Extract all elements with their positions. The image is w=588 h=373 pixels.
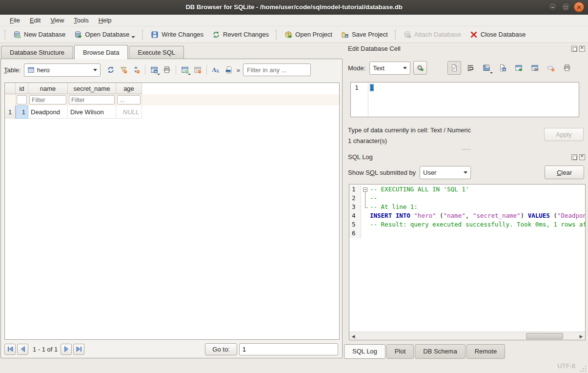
print-button[interactable]: [560, 61, 574, 75]
grid-rows: 11DeadpondDive WilsonNULL: [5, 105, 339, 119]
line-number: 3: [349, 203, 361, 212]
insert-record-button[interactable]: [179, 63, 191, 76]
filter-any-column-input[interactable]: [243, 63, 311, 76]
sql-log-line: 1-- EXECUTING ALL IN 'SQL 1': [349, 186, 585, 194]
fold-marker-icon[interactable]: [361, 186, 370, 194]
tab-database-structure[interactable]: Database Structure: [1, 46, 73, 59]
show-sql-label: Show SQL submitted by: [348, 169, 416, 176]
dock-tab-db-schema[interactable]: DB Schema: [415, 344, 465, 359]
toolbar-overflow-chevron[interactable]: »: [237, 66, 240, 74]
dock-tab-sql-log[interactable]: SQL Log: [344, 344, 385, 359]
column-header-name[interactable]: name: [28, 83, 68, 94]
open-project-icon: [284, 31, 292, 39]
menu-tools[interactable]: Tools: [69, 16, 93, 25]
refresh-button[interactable]: [104, 63, 117, 76]
dock-float-icon[interactable]: [571, 154, 577, 160]
dock-float-icon[interactable]: [571, 46, 577, 52]
menu-edit[interactable]: Edit: [25, 16, 45, 25]
import-data-button[interactable]: [480, 61, 493, 75]
close-button[interactable]: ✕: [574, 2, 584, 12]
write-changes-button[interactable]: Write Changes: [146, 29, 208, 41]
cell-char-count: 1 character(s): [348, 136, 524, 146]
grid-cell-secret_name[interactable]: Dive Wilson: [68, 105, 116, 119]
column-filter-input-name[interactable]: [29, 95, 66, 104]
next-page-button[interactable]: [61, 344, 72, 355]
clear-log-button[interactable]: Clear: [545, 166, 584, 179]
column-header-secret_name[interactable]: secret_name: [68, 83, 116, 94]
revert-changes-icon: [212, 31, 220, 39]
open-project-button[interactable]: Open Project: [280, 29, 337, 41]
column-filter-input-age[interactable]: [117, 95, 141, 104]
column-header-id[interactable]: id: [16, 83, 28, 94]
row-header[interactable]: 1: [5, 105, 16, 119]
submitter-select[interactable]: User: [420, 166, 471, 179]
grid-cell-id[interactable]: 1: [16, 105, 28, 119]
dock-tab-plot[interactable]: Plot: [386, 344, 414, 359]
cell-editor[interactable]: 1 1: [350, 82, 579, 117]
line-number: 4: [349, 212, 361, 221]
open-database-button[interactable]: Open Database: [70, 29, 140, 41]
grid-cell-name[interactable]: Deadpond: [28, 105, 68, 119]
dock-close-icon[interactable]: [579, 46, 585, 52]
scroll-left-icon[interactable]: ◀: [350, 333, 357, 339]
export-data-button[interactable]: [496, 61, 509, 75]
table-select[interactable]: hero: [24, 63, 101, 77]
close-database-button[interactable]: Close Database: [466, 29, 530, 41]
menu-view[interactable]: View: [45, 16, 69, 25]
column-filter-input-secret_name[interactable]: [69, 95, 115, 104]
line-number: 5: [349, 221, 361, 229]
sql-log-view[interactable]: 1-- EXECUTING ALL IN 'SQL 1'2--3-- At li…: [349, 184, 586, 340]
tab-browse-data[interactable]: Browse Data: [74, 45, 128, 59]
insert-record-icon: [181, 66, 189, 74]
goto-record-input[interactable]: [239, 343, 338, 355]
grid-cell-age[interactable]: NULL: [116, 105, 142, 119]
word-wrap-button[interactable]: [464, 61, 477, 75]
clear-sorting-button[interactable]: [130, 63, 142, 76]
dock-splitter-handle[interactable]: [344, 147, 588, 151]
toolbar-handle: [395, 30, 397, 40]
open-in-external-button[interactable]: [512, 61, 526, 75]
content: Database StructureBrowse DataExecute SQL…: [0, 43, 588, 360]
column-filter-input-id[interactable]: [17, 95, 27, 104]
open-database-icon: [74, 31, 82, 39]
export-table-button[interactable]: [148, 63, 161, 76]
scroll-right-icon[interactable]: ▶: [578, 333, 585, 339]
print-button[interactable]: [161, 63, 173, 76]
grid-corner: [5, 83, 16, 94]
minimize-button[interactable]: −: [547, 2, 558, 12]
resize-grip[interactable]: [580, 365, 587, 372]
copy-link-button[interactable]: [528, 61, 542, 75]
tab-execute-sql[interactable]: Execute SQL: [129, 46, 184, 59]
write-changes-icon: [151, 31, 159, 39]
cell-editor-line-number: 1: [351, 83, 368, 117]
font-button[interactable]: AA: [209, 63, 222, 76]
dock-tab-remote[interactable]: Remote: [466, 344, 506, 359]
goto-button[interactable]: Go to:: [205, 343, 237, 355]
first-page-button[interactable]: [4, 344, 16, 355]
menu-file[interactable]: File: [5, 16, 25, 25]
sql-code: -- At line 1:: [370, 203, 585, 212]
table-row: 11DeadpondDive WilsonNULL: [5, 105, 339, 119]
cell-editor-content: 1: [370, 84, 374, 91]
save-project-button[interactable]: Save Project: [337, 29, 392, 41]
svg-text:A: A: [216, 68, 220, 74]
column-header-age[interactable]: age: [116, 83, 142, 94]
new-database-button[interactable]: New Database: [9, 29, 70, 41]
clear-filters-button[interactable]: [117, 63, 130, 76]
previous-page-button[interactable]: [17, 344, 28, 355]
set-null-button[interactable]: [544, 61, 558, 75]
scrollbar-thumb[interactable]: [526, 333, 563, 339]
apply-button[interactable]: Apply: [544, 128, 584, 141]
maximize-button[interactable]: □: [561, 2, 571, 12]
menu-help[interactable]: Help: [94, 16, 117, 25]
export-table-icon: [150, 66, 158, 74]
horizontal-scrollbar[interactable]: ◀ ▶: [349, 332, 585, 340]
apply-settings-button[interactable]: [413, 61, 427, 75]
dock-close-icon[interactable]: [579, 154, 585, 160]
text-mode-button[interactable]: [447, 61, 461, 75]
submitter-select-value: User: [423, 169, 436, 176]
last-page-button[interactable]: [73, 344, 84, 355]
mode-select[interactable]: Text: [369, 62, 410, 75]
find-in-table-button[interactable]: [222, 63, 235, 76]
revert-changes-button[interactable]: Revert Changes: [208, 29, 273, 41]
